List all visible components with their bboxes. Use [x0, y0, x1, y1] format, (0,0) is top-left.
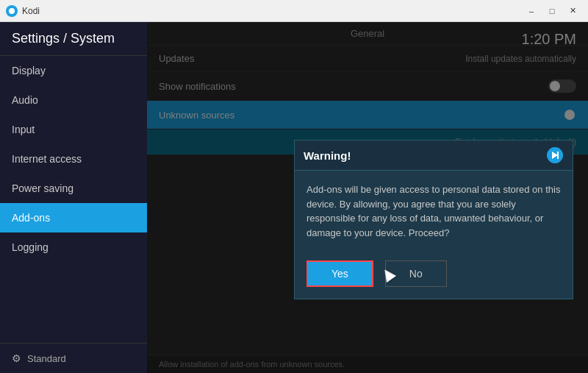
- app-body: Settings / System Display Audio Input In…: [0, 22, 588, 373]
- sidebar-item-input[interactable]: Input: [0, 115, 147, 144]
- sidebar-item-power-saving[interactable]: Power saving: [0, 174, 147, 203]
- sidebar-footer-label: Standard: [27, 353, 66, 364]
- close-button[interactable]: ✕: [563, 4, 582, 18]
- warning-dialog: Warning! Add-ons will be given access to…: [294, 140, 573, 299]
- sidebar-item-internet-access[interactable]: Internet access: [0, 144, 147, 174]
- title-bar-app-name: Kodi: [22, 6, 40, 16]
- no-button[interactable]: No: [385, 260, 447, 287]
- dialog-kodi-logo: [546, 146, 564, 164]
- dialog-buttons: Yes No: [295, 252, 573, 299]
- content-area: General Updates Install updates automati…: [147, 22, 588, 373]
- modal-overlay: Warning! Add-ons will be given access to…: [147, 22, 588, 373]
- sidebar: Settings / System Display Audio Input In…: [0, 22, 147, 373]
- dialog-body: Add-ons will be given access to personal…: [295, 171, 573, 252]
- page-title: Settings / System: [0, 22, 147, 56]
- dialog-header: Warning!: [295, 141, 573, 171]
- sidebar-item-display[interactable]: Display: [0, 56, 147, 85]
- svg-point-0: [9, 8, 15, 14]
- sidebar-item-logging[interactable]: Logging: [0, 232, 147, 262]
- title-bar: Kodi – □ ✕: [0, 0, 588, 22]
- sidebar-item-audio[interactable]: Audio: [0, 85, 147, 115]
- sidebar-footer: ⚙ Standard: [0, 343, 147, 373]
- title-bar-left: Kodi: [6, 5, 40, 17]
- maximize-button[interactable]: □: [542, 4, 562, 18]
- title-bar-controls: – □ ✕: [522, 4, 582, 18]
- minimize-button[interactable]: –: [522, 4, 541, 18]
- yes-button[interactable]: Yes: [306, 260, 373, 287]
- kodi-icon: [6, 5, 18, 17]
- dialog-title: Warning!: [304, 149, 351, 162]
- sidebar-item-add-ons[interactable]: Add-ons: [0, 203, 147, 232]
- gear-icon: ⚙: [12, 352, 21, 364]
